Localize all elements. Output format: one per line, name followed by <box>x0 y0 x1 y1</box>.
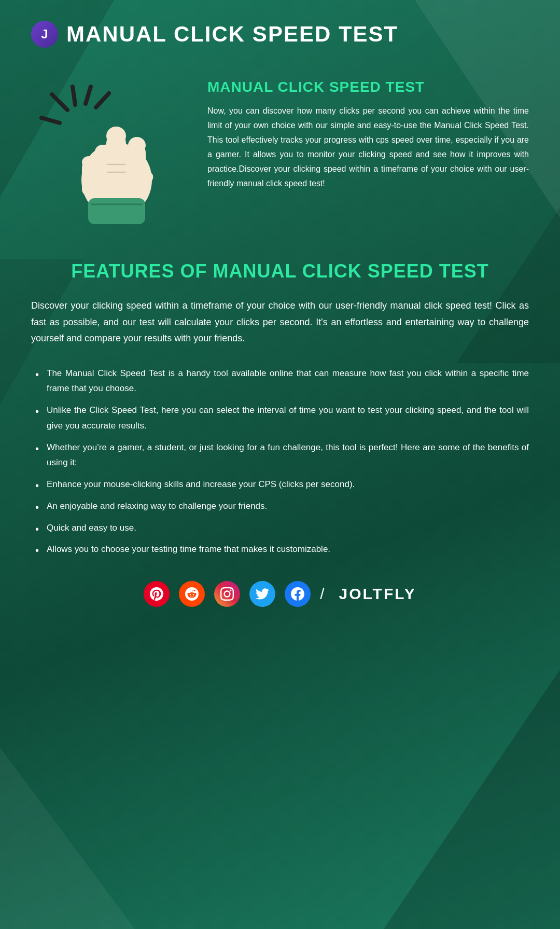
hero-text-body: Now, you can discover how many clicks pe… <box>207 104 529 191</box>
svg-point-10 <box>128 137 146 154</box>
page-title: MANUAL CLICK SPEED TEST <box>66 22 398 47</box>
brand-slash: / <box>320 585 324 603</box>
features-list: The Manual Click Speed Test is a handy t… <box>31 363 529 561</box>
hero-image-container <box>31 74 187 229</box>
features-section: FEATURES OF MANUAL CLICK SPEED TEST Disc… <box>31 260 529 607</box>
svg-point-12 <box>95 145 110 159</box>
twitter-icon[interactable] <box>249 581 275 607</box>
pinterest-icon[interactable] <box>144 581 170 607</box>
svg-line-2 <box>73 87 75 105</box>
svg-point-14 <box>82 156 95 169</box>
list-item: An enjoyable and relaxing way to challen… <box>31 495 529 517</box>
svg-rect-6 <box>88 198 145 224</box>
features-intro: Discover your clicking speed within a ti… <box>31 298 529 347</box>
list-item: Quick and easy to use. <box>31 517 529 539</box>
list-item: The Manual Click Speed Test is a handy t… <box>31 363 529 400</box>
hero-text-container: MANUAL CLICK SPEED TEST Now, you can dis… <box>207 74 529 191</box>
click-hand-icon <box>36 84 181 229</box>
brand-name: JOLTFLY <box>339 585 416 603</box>
page-header: J MANUAL CLICK SPEED TEST <box>31 21 529 48</box>
list-item: Allows you to choose your testing time f… <box>31 538 529 560</box>
decorative-triangle-bottomright <box>384 670 560 929</box>
hero-text-title: MANUAL CLICK SPEED TEST <box>207 79 529 95</box>
list-item: Whether you’re a gamer, a student, or ju… <box>31 437 529 474</box>
instagram-icon[interactable] <box>214 581 240 607</box>
list-item: Enhance your mouse-clicking skills and i… <box>31 474 529 495</box>
features-title: FEATURES OF MANUAL CLICK SPEED TEST <box>31 260 529 282</box>
svg-line-3 <box>86 87 91 104</box>
hero-section: MANUAL CLICK SPEED TEST Now, you can dis… <box>31 74 529 229</box>
svg-point-8 <box>106 127 126 145</box>
logo-icon: J <box>31 21 58 48</box>
facebook-icon[interactable] <box>285 581 311 607</box>
svg-line-1 <box>41 118 60 123</box>
social-footer: / JOLTFLY <box>31 581 529 607</box>
logo-letter: J <box>41 27 48 41</box>
decorative-triangle-bottomleft <box>0 747 135 929</box>
list-item: Unlike the Click Speed Test, here you ca… <box>31 399 529 437</box>
svg-line-0 <box>52 94 67 110</box>
reddit-icon[interactable] <box>179 581 205 607</box>
page-background: J MANUAL CLICK SPEED TEST <box>0 0 560 929</box>
svg-line-4 <box>96 93 109 107</box>
